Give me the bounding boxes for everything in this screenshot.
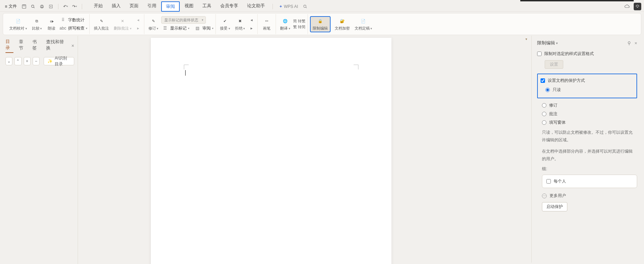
markup-state-combo[interactable]: 显示标记的最终状态	[161, 16, 206, 24]
radio-tracked-label: 修订	[549, 102, 557, 108]
tab-tools[interactable]: 工具	[198, 1, 215, 12]
prev-comment-icon[interactable]: ◂	[134, 16, 142, 24]
undo-icon[interactable]: ↶ ▾	[62, 3, 69, 10]
svg-point-2	[32, 5, 34, 7]
close-icon[interactable]: ×	[634, 41, 637, 46]
document-area: ▾	[78, 36, 529, 264]
ai-label: WPS AI	[284, 4, 298, 9]
nav-tab-toc[interactable]: 目录	[5, 38, 13, 53]
review-pane-button[interactable]: ▤审阅▾	[193, 24, 213, 32]
file-menu[interactable]: ≡ 文件	[3, 3, 19, 10]
spell-check-button[interactable]: abc拼写检查▾	[59, 24, 87, 32]
everyone-label: 每个人	[554, 178, 566, 184]
group-list-box: 每个人	[542, 175, 637, 188]
tab-home[interactable]: 开始	[90, 1, 107, 12]
hamburger-icon: ≡	[5, 4, 7, 9]
markup-icon: ☰	[161, 24, 169, 32]
track-changes-button[interactable]: ✎修订	[146, 17, 161, 32]
ruler-mark-icon: ▾	[525, 37, 527, 41]
compare-button[interactable]: ⧉比较	[30, 17, 44, 32]
main-tabs: 开始 插入 页面 引用 审阅 视图 工具 会员专享 论文助手	[90, 1, 269, 12]
print-preview-icon[interactable]	[29, 3, 37, 10]
expand-down-icon[interactable]: ⌄	[5, 57, 12, 65]
radio-readonly[interactable]: 只读	[541, 86, 634, 94]
print-icon[interactable]	[38, 3, 46, 10]
tab-insert[interactable]: 插入	[108, 1, 125, 12]
ai-icon: ✨	[47, 59, 53, 64]
delete-comment-button[interactable]: ✕删除批注	[112, 17, 134, 32]
prev-change-icon[interactable]: ◂	[248, 16, 255, 24]
restrict-format-checkbox[interactable]: 限制对选定的样式设置格式	[537, 51, 637, 57]
file-label: 文件	[9, 3, 17, 9]
everyone-checkbox[interactable]: 每个人	[546, 178, 633, 184]
nav-tab-bookmark[interactable]: 书签	[32, 39, 40, 53]
start-protection-button[interactable]: 启动保护	[542, 202, 567, 211]
menubar: ≡ 文件 ↶ ▾ ↷ ▾ 开始 插入 页面 引用 审阅 视图 工具 会员专享 论…	[0, 1, 644, 12]
word-count-button[interactable]: ⠿字数统计	[59, 16, 87, 24]
tab-reference[interactable]: 引用	[143, 1, 160, 12]
doc-compare-button[interactable]: 📄文档校对	[7, 17, 29, 32]
search-icon[interactable]	[301, 3, 309, 10]
text-cursor	[185, 70, 186, 76]
tab-thesis[interactable]: 论文助手	[243, 1, 269, 12]
tab-view[interactable]: 视图	[180, 1, 198, 12]
radio-tracked[interactable]: 修订	[537, 101, 637, 110]
margin-corner-tl	[184, 65, 189, 69]
save-icon[interactable]	[20, 3, 28, 10]
remove-icon[interactable]: −	[33, 57, 40, 65]
restrict-editing-panel: 限制编辑 ⚲ × 限制对选定的样式设置格式 设置 设置文档的保护方式 只读 修订…	[531, 36, 641, 263]
more-icon: ⋯	[542, 194, 547, 198]
finalize-button[interactable]: 📄文档定稿	[353, 17, 375, 32]
next-comment-icon[interactable]: ▸	[134, 24, 142, 32]
radio-comments-label: 批注	[549, 111, 557, 117]
select-users-description: 在文档中选择部分内容，并选择可以对其进行编辑的用户。	[537, 146, 637, 165]
readonly-description: 只读，可以防止文档被修改。不过，你可以设置允许编辑的区域。	[537, 127, 637, 146]
add-icon[interactable]: +	[24, 57, 31, 65]
wps-ai-button[interactable]: ✦ WPS AI	[279, 4, 298, 9]
show-markup-button[interactable]: ☰显示标记▾	[161, 24, 189, 32]
expand-icon[interactable]	[634, 3, 641, 10]
document-page[interactable]	[151, 38, 391, 264]
format-settings-button: 设置	[545, 60, 563, 69]
encrypt-button[interactable]: 🔐文档加密	[333, 17, 352, 32]
nav-close-icon[interactable]: ×	[71, 43, 74, 48]
ribbon: 📄文档校对 ⧉比较 🕪朗读 ⠿字数统计 abc拼写检查▾ ✎插入批注 ✕删除批注…	[3, 13, 641, 35]
radio-readonly-label: 只读	[553, 87, 561, 93]
radio-forms[interactable]: 填写窗体	[537, 118, 637, 127]
ai-spark-icon: ✦	[279, 4, 282, 9]
more-users-link[interactable]: ⋯ 更多用户	[537, 191, 637, 202]
reject-button[interactable]: ✖拒绝	[233, 17, 247, 32]
redo-icon[interactable]: ↷ ▾	[71, 3, 78, 10]
tab-member[interactable]: 会员专享	[216, 1, 242, 12]
nav-tab-chapter[interactable]: 章节	[19, 39, 27, 53]
wordcount-icon: ⠿	[59, 16, 67, 24]
ink-button[interactable]: ✏画笔	[260, 17, 274, 32]
pin-icon[interactable]: ⚲	[628, 41, 631, 46]
restrict-format-label: 限制对选定的样式设置格式	[544, 51, 594, 57]
cloud-icon[interactable]	[623, 3, 631, 10]
svg-point-7	[304, 5, 306, 7]
collapse-up-icon[interactable]: ⌃	[14, 57, 21, 65]
trad-to-simp-button[interactable]: 繁 转简	[293, 24, 306, 30]
more-users-label: 更多用户	[549, 193, 566, 199]
insert-comment-button[interactable]: ✎插入批注	[92, 17, 111, 32]
translate-button[interactable]: 🌐翻译	[278, 17, 292, 32]
accept-button[interactable]: ✔接受	[218, 17, 232, 32]
svg-rect-4	[41, 5, 43, 6]
restrict-editing-button[interactable]: 🔒限制编辑	[310, 16, 331, 32]
protect-method-label: 设置文档的保护方式	[548, 78, 585, 84]
read-aloud-button[interactable]: 🕪朗读	[45, 17, 58, 32]
export-icon[interactable]	[47, 3, 55, 10]
panel-title[interactable]: 限制编辑	[537, 40, 558, 46]
nav-tab-find-replace[interactable]: 查找和替换	[46, 39, 66, 53]
radio-forms-label: 填写窗体	[549, 120, 566, 125]
svg-rect-0	[22, 4, 26, 8]
tab-page[interactable]: 页面	[125, 1, 143, 12]
ai-toc-button[interactable]: ✨ AI识别目录	[44, 57, 74, 65]
protect-method-checkbox[interactable]: 设置文档的保护方式	[541, 78, 634, 84]
margin-corner-tr	[354, 65, 358, 69]
next-change-icon[interactable]: ▸	[248, 24, 255, 32]
radio-comments[interactable]: 批注	[537, 110, 637, 118]
tab-review[interactable]: 审阅	[161, 1, 180, 12]
simp-to-trad-button[interactable]: 简 转繁	[293, 19, 306, 24]
